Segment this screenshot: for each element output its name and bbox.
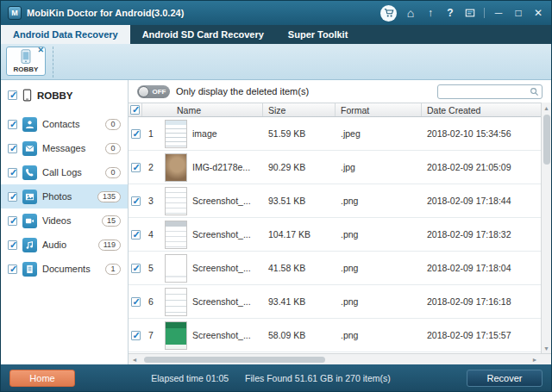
file-name: image [192,128,263,139]
vertical-scroll-thumb[interactable] [543,115,550,165]
column-header-date[interactable]: Date Created [422,103,541,116]
search-box [437,84,543,99]
file-date: 2018-02-09 17:18:32 [422,229,541,240]
table-row[interactable]: 5 Screenshot_... 41.58 KB .png 2018-02-0… [129,252,541,285]
tab-super-toolkit[interactable]: Super Toolkit [276,25,360,44]
file-date: 2018-02-09 17:18:44 [422,196,541,206]
file-size: 104.17 KB [263,229,336,240]
table-header: Name Size Format Date Created [129,103,551,117]
toggle-knob [138,86,149,97]
close-icon[interactable]: ✕ [532,7,544,19]
contacts-checkbox[interactable] [8,120,17,129]
table-row[interactable]: 6 Screenshot_... 93.41 KB .png 2018-02-0… [129,285,541,319]
window-title: MobiKin Doctor for Android(3.0.24) [27,8,184,18]
contacts-count-badge: 0 [105,119,121,130]
search-icon[interactable] [530,87,539,96]
tab-android-sd-card-recovery[interactable]: Android SD Card Recovery [130,25,276,44]
device-name: ROBBY [14,65,39,73]
table-row[interactable]: 4 Screenshot_... 104.17 KB .png 2018-02-… [129,218,541,252]
column-header-size[interactable]: Size [263,103,336,116]
file-name: IMG-d2178e... [192,162,263,172]
file-date: 2018-02-09 21:05:09 [422,162,541,172]
horizontal-scroll-thumb[interactable] [144,357,325,363]
scroll-up-icon[interactable]: ▲ [542,103,551,113]
select-all-checkbox[interactable] [130,105,140,115]
file-size: 93.51 KB [263,196,336,206]
cart-icon[interactable] [380,5,397,22]
file-size: 51.59 KB [263,128,336,139]
row-checkbox[interactable] [131,163,141,172]
scroll-down-icon[interactable]: ▼ [542,343,551,353]
sidebar-item-call-logs[interactable]: Call Logs 0 [1,160,128,184]
vertical-scrollbar[interactable]: ▲ ▼ [541,103,551,353]
messages-icon [22,141,37,156]
file-thumbnail [165,153,187,182]
maximize-icon[interactable]: □ [512,7,524,19]
file-thumbnail [165,254,187,283]
column-header-format[interactable]: Format [336,103,422,116]
sidebar-item-audio[interactable]: Audio 119 [1,233,128,257]
help-icon[interactable]: ? [444,7,456,19]
search-input[interactable] [441,87,530,96]
home-button[interactable]: Home [9,370,75,387]
minimize-icon[interactable]: ─ [492,7,505,19]
sidebar-device-header[interactable]: ROBBY [1,85,128,112]
audio-count-badge: 119 [98,240,121,251]
file-format: .png [336,196,422,206]
scroll-left-icon[interactable]: ◄ [129,354,141,364]
table-row[interactable]: 3 Screenshot_... 93.51 KB .png 2018-02-0… [129,184,541,218]
sidebar-item-contacts[interactable]: Contacts 0 [1,112,128,136]
videos-count-badge: 15 [102,215,121,227]
sidebar-item-messages[interactable]: Messages 0 [1,136,128,160]
sidebar-item-videos[interactable]: Videos 15 [1,208,128,233]
horizontal-scrollbar[interactable]: ◄ ► [129,353,551,364]
status-text: Elapsed time 01:05 Files Found 51.61 GB … [75,373,467,383]
sidebar-item-label: Call Logs [42,167,100,177]
documents-checkbox[interactable] [8,264,17,274]
videos-checkbox[interactable] [8,216,17,226]
table-row[interactable]: 1 image 51.59 KB .jpeg 2018-02-10 15:34:… [129,117,541,151]
upgrade-icon[interactable]: ↑ [424,7,436,19]
deleted-filter-toggle[interactable]: OFF [137,85,170,98]
table-row[interactable]: 7 Screenshot_... 58.09 KB .png 2018-02-0… [129,319,541,352]
row-checkbox[interactable] [131,297,141,307]
messages-checkbox[interactable] [8,144,17,153]
sidebar-device-name: ROBBY [37,90,73,101]
recover-button[interactable]: Recover [467,370,543,387]
title-bar: M MobiKin Doctor for Android(3.0.24) ⌂ ↑… [1,1,551,25]
device-disconnect-icon[interactable]: ✕ [37,47,44,53]
audio-checkbox[interactable] [8,240,17,250]
audio-icon [22,238,37,252]
device-card[interactable]: ✕ ROBBY [6,47,46,76]
elapsed-time: Elapsed time 01:05 [151,373,229,383]
device-separator [53,47,53,78]
home-icon[interactable]: ⌂ [405,7,417,19]
phone-outline-icon [22,89,32,102]
column-header-name[interactable]: Name [142,103,263,116]
row-checkbox[interactable] [131,331,141,340]
row-checkbox[interactable] [131,196,141,206]
tab-android-data-recovery[interactable]: Android Data Recovery [1,25,130,44]
feedback-icon[interactable] [464,7,476,19]
row-checkbox[interactable] [131,129,141,139]
row-checkbox[interactable] [131,264,141,273]
filter-label: Only display the deleted item(s) [176,86,309,96]
call-logs-icon [22,165,37,180]
row-number: 7 [142,330,160,340]
file-name: Screenshot_... [192,263,263,273]
file-format: .png [336,229,422,240]
row-checkbox[interactable] [131,230,141,240]
photos-checkbox[interactable] [8,192,17,202]
call-logs-checkbox[interactable] [8,168,17,177]
documents-count-badge: 1 [105,264,121,275]
file-thumbnail [165,288,187,316]
table-row[interactable]: 2 IMG-d2178e... 90.29 KB .jpg 2018-02-09… [129,151,541,184]
contacts-icon [22,117,37,132]
device-checkbox[interactable] [8,90,17,100]
app-window: M MobiKin Doctor for Android(3.0.24) ⌂ ↑… [0,0,552,392]
file-date: 2018-02-09 17:15:57 [422,330,541,340]
file-name: Screenshot_... [192,229,263,240]
sidebar-item-documents[interactable]: Documents 1 [1,257,128,281]
sidebar-item-photos[interactable]: Photos 135 [1,184,128,208]
scroll-right-icon[interactable]: ► [529,354,541,364]
